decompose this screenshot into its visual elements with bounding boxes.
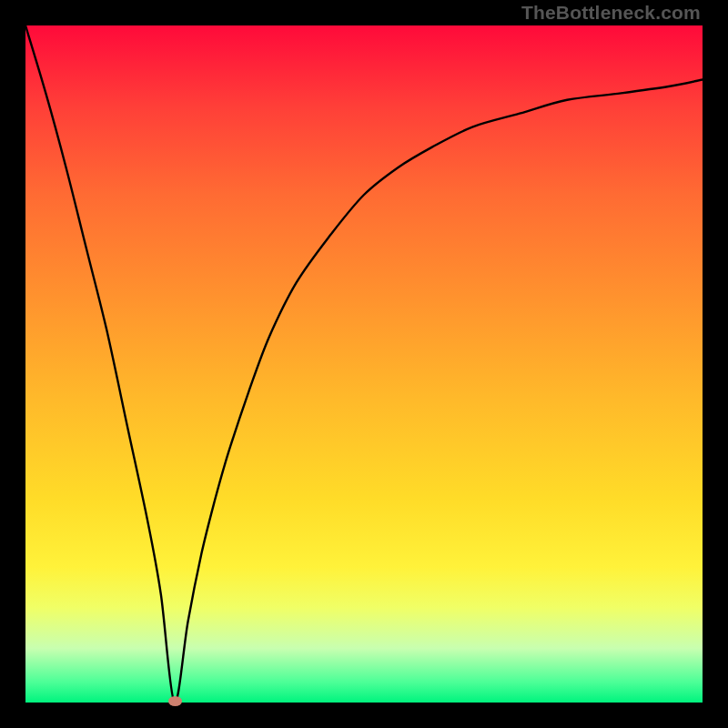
plot-area — [25, 25, 703, 703]
optimal-marker — [168, 696, 182, 706]
watermark-text: TheBottleneck.com — [521, 2, 701, 24]
bottleneck-curve — [25, 25, 703, 703]
chart-frame: TheBottleneck.com — [0, 0, 728, 728]
